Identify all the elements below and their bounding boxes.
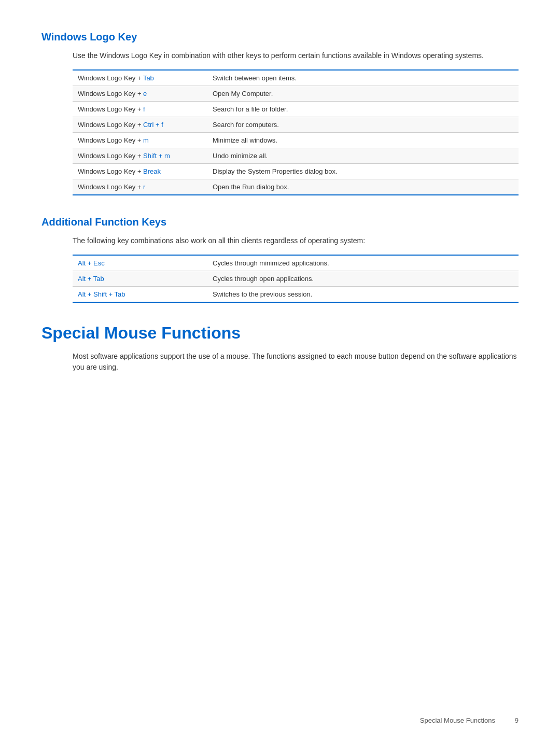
footer-page: 9 bbox=[515, 716, 519, 724]
key-cell: Windows Logo Key + e bbox=[78, 90, 213, 97]
table-row: Alt + Shift + Tab Switches to the previo… bbox=[73, 287, 519, 302]
desc-cell: Display the System Properties dialog box… bbox=[213, 167, 338, 175]
table-row: Windows Logo Key + f Search for a file o… bbox=[73, 102, 519, 117]
table-row: Windows Logo Key + m Minimize all window… bbox=[73, 133, 519, 148]
key-highlight: Shift + m bbox=[143, 152, 170, 160]
table-row: Windows Logo Key + Tab Switch between op… bbox=[73, 71, 519, 86]
key-cell: Windows Logo Key + Break bbox=[78, 167, 213, 175]
key-highlight: Break bbox=[143, 167, 161, 175]
desc-cell: Search for a file or folder. bbox=[213, 105, 288, 113]
footer-label: Special Mouse Functions bbox=[420, 716, 495, 724]
table-row: Windows Logo Key + Shift + m Undo minimi… bbox=[73, 148, 519, 164]
additional-function-keys-desc: The following key combinations also work… bbox=[73, 235, 519, 246]
desc-cell: Cycles through open applications. bbox=[213, 275, 314, 283]
windows-logo-key-table: Windows Logo Key + Tab Switch between op… bbox=[73, 69, 519, 195]
special-mouse-functions-section: Special Mouse Functions Most software ap… bbox=[41, 324, 519, 373]
key-highlight: Alt + Shift + Tab bbox=[78, 290, 125, 298]
additional-function-keys-title: Additional Function Keys bbox=[41, 216, 519, 228]
table-row: Windows Logo Key + e Open My Computer. bbox=[73, 86, 519, 102]
key-highlight: Ctrl + f bbox=[143, 121, 163, 129]
key-highlight: f bbox=[143, 105, 145, 113]
key-highlight: Tab bbox=[143, 74, 154, 82]
key-cell: Alt + Esc bbox=[78, 259, 213, 267]
key-prefix: Windows Logo Key + bbox=[78, 121, 143, 129]
key-highlight: m bbox=[143, 136, 149, 144]
table-row: Alt + Esc Cycles through minimized appli… bbox=[73, 256, 519, 271]
key-prefix: Windows Logo Key + bbox=[78, 167, 143, 175]
footer-divider bbox=[501, 716, 509, 724]
key-prefix: Windows Logo Key + bbox=[78, 152, 143, 160]
desc-cell: Switch between open items. bbox=[213, 74, 297, 82]
key-highlight: Alt + Tab bbox=[78, 275, 104, 283]
desc-cell: Open the Run dialog box. bbox=[213, 183, 289, 191]
key-prefix: Windows Logo Key + bbox=[78, 183, 143, 191]
windows-logo-key-title: Windows Logo Key bbox=[41, 31, 519, 43]
table-row: Windows Logo Key + Ctrl + f Search for c… bbox=[73, 117, 519, 133]
key-cell: Windows Logo Key + m bbox=[78, 136, 213, 144]
key-prefix: Windows Logo Key + bbox=[78, 136, 143, 144]
special-mouse-functions-desc: Most software applications support the u… bbox=[73, 351, 519, 373]
key-cell: Windows Logo Key + Tab bbox=[78, 74, 213, 82]
key-cell: Windows Logo Key + Shift + m bbox=[78, 152, 213, 160]
key-highlight: e bbox=[143, 90, 147, 97]
desc-cell: Cycles through minimized applications. bbox=[213, 259, 329, 267]
desc-cell: Switches to the previous session. bbox=[213, 290, 312, 298]
desc-cell: Minimize all windows. bbox=[213, 136, 277, 144]
table-row: Windows Logo Key + r Open the Run dialog… bbox=[73, 179, 519, 194]
footer: Special Mouse Functions 9 bbox=[420, 716, 519, 724]
additional-function-keys-section: Additional Function Keys The following k… bbox=[41, 216, 519, 303]
key-cell: Alt + Shift + Tab bbox=[78, 290, 213, 298]
windows-logo-key-desc: Use the Windows Logo Key in combination … bbox=[73, 50, 519, 61]
key-prefix: Windows Logo Key + bbox=[78, 90, 143, 97]
key-highlight: Alt + Esc bbox=[78, 259, 105, 267]
key-cell: Windows Logo Key + f bbox=[78, 105, 213, 113]
key-highlight: r bbox=[143, 183, 145, 191]
desc-cell: Undo minimize all. bbox=[213, 152, 268, 160]
windows-logo-key-section: Windows Logo Key Use the Windows Logo Ke… bbox=[41, 31, 519, 195]
key-cell: Windows Logo Key + Ctrl + f bbox=[78, 121, 213, 129]
desc-cell: Search for computers. bbox=[213, 121, 279, 129]
special-mouse-functions-title: Special Mouse Functions bbox=[41, 324, 519, 343]
key-cell: Alt + Tab bbox=[78, 275, 213, 283]
table-row: Alt + Tab Cycles through open applicatio… bbox=[73, 271, 519, 287]
table-row: Windows Logo Key + Break Display the Sys… bbox=[73, 164, 519, 179]
additional-function-keys-table: Alt + Esc Cycles through minimized appli… bbox=[73, 255, 519, 303]
key-cell: Windows Logo Key + r bbox=[78, 183, 213, 191]
key-prefix: Windows Logo Key + bbox=[78, 74, 143, 82]
key-prefix: Windows Logo Key + bbox=[78, 105, 143, 113]
desc-cell: Open My Computer. bbox=[213, 90, 273, 97]
